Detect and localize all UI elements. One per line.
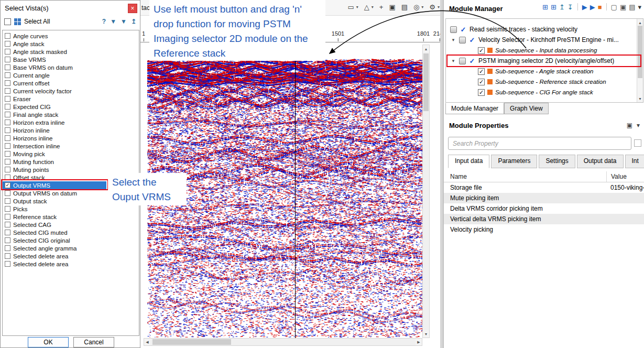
checkbox[interactable] — [5, 143, 10, 149]
checkbox[interactable] — [5, 33, 10, 39]
checkbox[interactable] — [5, 72, 10, 78]
vista-item-selected-cag[interactable]: Selected CAG — [3, 221, 139, 229]
layout-icon[interactable]: ▣ — [627, 122, 632, 129]
close-icon[interactable]: × — [128, 4, 137, 13]
module-row-pstm-imaging-selector-2d-velocity-angle-offset[interactable]: ▾✓PSTM imaging selector 2D (velocity/ang… — [446, 56, 643, 66]
vista-item-selected-delete-area[interactable]: Selected delete area — [3, 260, 139, 268]
checkbox[interactable] — [5, 175, 10, 180]
chevron-down-icon[interactable]: ▾ — [438, 5, 440, 9]
checkbox[interactable] — [5, 214, 10, 220]
filter-icon[interactable]: ▼ — [110, 18, 116, 25]
checkbox[interactable] — [5, 261, 10, 267]
vista-item-selected-angle-gramma[interactable]: Selected angle gramma — [3, 244, 139, 252]
vista-item-current-angle[interactable]: Current angle — [3, 71, 139, 79]
subsequence-checkbox[interactable]: ✓ — [478, 89, 485, 96]
module-row-sub-sequence-cig-for-angle-stack[interactable]: ✓Sub-sequence - CIG For angle stack — [446, 87, 643, 97]
property-row-vertical-delta-vrms-picking-item[interactable]: Vertical delta VRMS picking item — [444, 214, 644, 224]
checkbox[interactable] — [5, 230, 10, 235]
checkbox[interactable] — [5, 64, 10, 70]
select-all-checkbox[interactable] — [4, 18, 11, 25]
vista-item-angle-curves[interactable]: Angle curves — [3, 32, 139, 40]
tab-module-manager[interactable]: Module Manager — [445, 103, 504, 114]
vista-item-expected-cig[interactable]: Expected CIG — [3, 103, 139, 111]
scroll-up-button[interactable]: ▲ — [637, 19, 643, 26]
copy-flow-icon[interactable]: ▣ — [620, 4, 626, 10]
new-flow-icon[interactable]: ▢ — [611, 4, 617, 10]
tab-graph-view[interactable]: Graph View — [504, 103, 548, 114]
scroll-right-button[interactable]: ▶ — [416, 339, 422, 345]
checkbox[interactable] — [5, 57, 10, 62]
checkbox[interactable] — [5, 167, 10, 172]
vista-item-horizon-inline[interactable]: Horizon inline — [3, 126, 139, 134]
module-row-sub-sequence-input-data-processing[interactable]: ✓Sub-sequence - Input data processing — [446, 45, 643, 56]
zoom-tool-icon[interactable]: ◎ — [413, 3, 419, 11]
checkbox[interactable] — [5, 135, 10, 141]
add-module-icon[interactable]: ⊞ — [542, 4, 548, 10]
module-row-sub-sequence-angle-stack-creation[interactable]: ✓Sub-sequence - Angle stack creation — [446, 66, 643, 77]
tab-settings[interactable]: Settings — [539, 155, 575, 168]
checkbox[interactable] — [5, 222, 10, 227]
property-row-mute-picking-item[interactable]: Mute picking item — [444, 193, 644, 203]
search-options-button[interactable] — [634, 139, 641, 147]
checkbox[interactable] — [5, 190, 10, 196]
scroll-up-button[interactable]: ▲ — [423, 45, 429, 52]
chevron-down-icon[interactable]: ▾ — [372, 5, 374, 9]
checkbox[interactable] — [5, 253, 10, 259]
comment-tool-icon[interactable]: ▣ — [389, 3, 395, 11]
settings-tool-icon[interactable]: ⚙ — [429, 3, 435, 11]
checkbox[interactable]: ✓ — [5, 182, 10, 188]
vista-item-output-vrms[interactable]: ✓Output VRMS — [3, 181, 106, 189]
vista-item-picks[interactable]: Picks — [3, 205, 139, 213]
stop-flow-icon[interactable]: ■ — [598, 4, 602, 10]
filter-edit-icon[interactable]: ▼ — [121, 18, 127, 25]
checkbox[interactable] — [5, 104, 10, 110]
seismic-section[interactable] — [147, 45, 422, 338]
module-row-sub-sequence-reference-stack-creation[interactable]: ✓Sub-sequence - Reference stack creation — [446, 77, 643, 87]
tree-collapse-icon[interactable]: ▾ — [450, 58, 456, 63]
vista-item-muting-function[interactable]: Muting function — [3, 158, 139, 166]
tab-input-data[interactable]: Input data — [448, 155, 489, 168]
subsequence-checkbox[interactable]: ✓ — [478, 68, 485, 75]
subsequence-checkbox[interactable]: ✓ — [478, 47, 485, 54]
vista-item-base-vrms-on-datum[interactable]: Base VRMS on datum — [3, 63, 139, 71]
module-handle-icon[interactable] — [459, 58, 466, 64]
checkbox[interactable] — [5, 127, 10, 133]
vista-item-moving-pick[interactable]: Moving pick — [3, 150, 139, 158]
run-flow-icon[interactable]: ▶ — [582, 4, 587, 10]
tab-output-data[interactable]: Output data — [577, 155, 624, 168]
vista-item-horizons-inline[interactable]: Horizons inline — [3, 134, 139, 142]
module-row-velocity-selector-kirchhoff-prestm-engine-mi[interactable]: ▾✓Velocity Selector - Kirchhoff PreSTM E… — [446, 35, 643, 45]
vista-item-selected-cig-original[interactable]: Selected CIG original — [3, 236, 139, 244]
vista-item-base-vrms[interactable]: Base VRMS — [3, 56, 139, 63]
checkbox[interactable] — [5, 119, 10, 125]
horizontal-scroll-thumb[interactable] — [152, 339, 231, 345]
move-top-icon[interactable]: ↥ — [559, 4, 565, 10]
vertical-scroll-thumb[interactable] — [423, 53, 429, 111]
scroll-left-button[interactable]: ◀ — [144, 339, 150, 345]
tab-int[interactable]: Int — [625, 155, 644, 168]
checkbox[interactable] — [5, 88, 10, 94]
vista-item-eraser[interactable]: Eraser — [3, 95, 139, 103]
chevron-down-icon[interactable]: ▾ — [356, 5, 358, 9]
tab-parameters[interactable]: Parameters — [491, 155, 537, 168]
chevron-down-icon[interactable]: ▾ — [637, 122, 640, 129]
cancel-button[interactable]: Cancel — [73, 337, 114, 347]
checkbox[interactable] — [5, 80, 10, 86]
vista-item-muting-points[interactable]: Muting points — [3, 166, 139, 173]
vista-item-selected-cig-muted[interactable]: Selected CIG muted — [3, 229, 139, 236]
checkbox[interactable] — [5, 151, 10, 157]
checkbox[interactable] — [5, 96, 10, 102]
property-row-velocity-picking[interactable]: Velocity picking — [444, 224, 644, 235]
vista-item-angle-stack-masked[interactable]: Angle stack masked — [3, 48, 139, 56]
chevron-down-icon[interactable]: ▾ — [638, 4, 641, 10]
checkbox[interactable] — [5, 206, 10, 212]
checkbox[interactable] — [5, 41, 10, 47]
vista-item-horizon-extra-inline[interactable]: Horizon extra inline — [3, 118, 139, 126]
checkbox[interactable] — [5, 159, 10, 165]
checkbox[interactable] — [5, 245, 10, 251]
help-icon[interactable]: ? — [102, 18, 106, 25]
property-row-storage-file[interactable]: Storage file0150-viking-vel-s — [444, 182, 644, 193]
value-column-header[interactable]: Value — [606, 171, 644, 182]
module-list-scrollbar[interactable]: ▲ ▼ — [637, 19, 643, 102]
export-icon[interactable]: ↥ — [131, 18, 136, 25]
